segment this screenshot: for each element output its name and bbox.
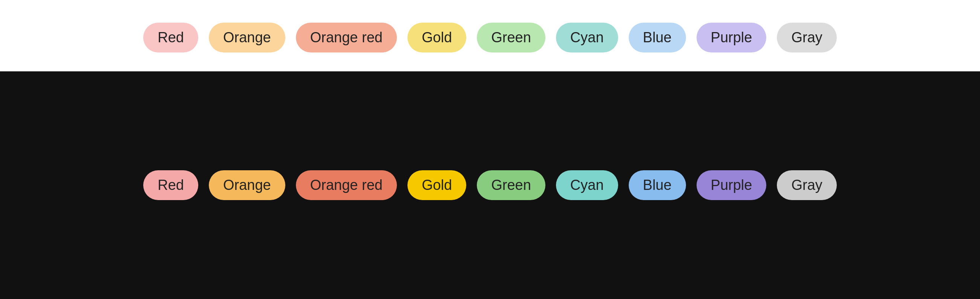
tag-gold[interactable]: Gold [407, 170, 466, 200]
tag-gold[interactable]: Gold [407, 22, 466, 53]
tag-blue[interactable]: Blue [629, 170, 686, 200]
tag-orange[interactable]: Orange [209, 22, 285, 53]
tag-green[interactable]: Green [477, 170, 546, 200]
tag-gray[interactable]: Gray [777, 22, 837, 53]
tag-gray[interactable]: Gray [777, 170, 837, 200]
tag-orange-red[interactable]: Orange red [296, 22, 397, 53]
dark-section: RedOrangeOrange redGoldGreenCyanBluePurp… [0, 71, 980, 299]
tag-orange[interactable]: Orange [209, 170, 285, 200]
tag-red[interactable]: Red [143, 22, 198, 53]
tag-purple[interactable]: Purple [697, 22, 767, 53]
tag-blue[interactable]: Blue [629, 22, 686, 53]
light-tags-row: RedOrangeOrange redGoldGreenCyanBluePurp… [143, 22, 837, 53]
tag-cyan[interactable]: Cyan [556, 170, 618, 200]
tag-cyan[interactable]: Cyan [556, 22, 618, 53]
tag-orange-red[interactable]: Orange red [296, 170, 397, 200]
light-section: RedOrangeOrange redGoldGreenCyanBluePurp… [0, 0, 980, 71]
tag-green[interactable]: Green [477, 22, 546, 53]
dark-tags-row: RedOrangeOrange redGoldGreenCyanBluePurp… [143, 170, 837, 200]
tag-purple[interactable]: Purple [697, 170, 767, 200]
tag-red[interactable]: Red [143, 170, 198, 200]
